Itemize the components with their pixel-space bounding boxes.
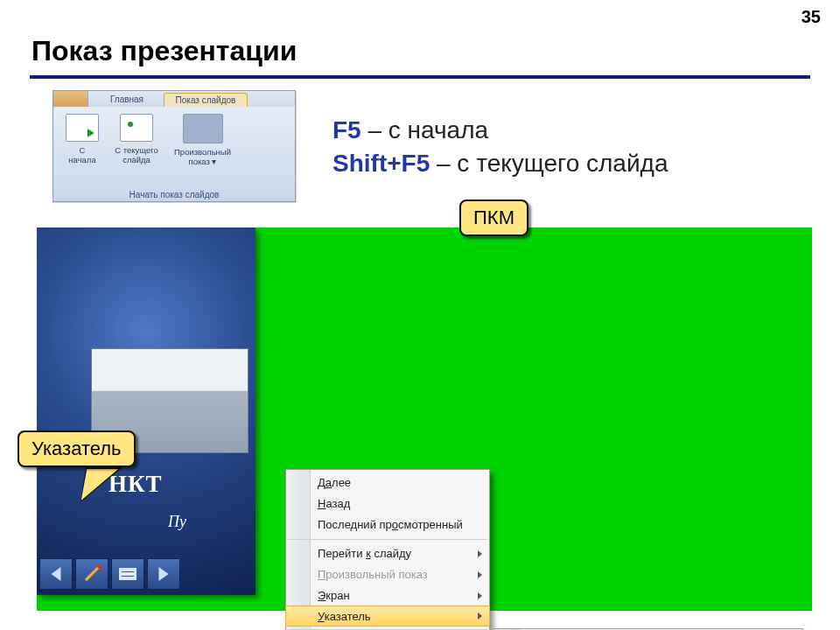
from-current-button[interactable]: С текущегослайда	[111, 112, 162, 187]
custom-show-button[interactable]: Произвольныйпоказ ▾	[165, 112, 240, 187]
slide-subtitle-fragment: Пу	[168, 513, 186, 531]
from-current-icon	[120, 114, 153, 142]
nav-menu-button[interactable]	[111, 558, 144, 590]
slideshow-context-menu: Далее Назад Последний просмотренный Пере…	[285, 469, 490, 630]
kbd-shift-f5: Shift+F5	[332, 150, 430, 177]
title-underline	[30, 75, 810, 79]
custom-show-label-2: показ ▾	[189, 157, 217, 166]
arrow-left-icon	[52, 567, 61, 581]
kbd-f5-desc: – с начала	[361, 116, 488, 144]
nav-prev-button[interactable]	[39, 558, 73, 590]
nav-pen-button[interactable]	[75, 558, 108, 590]
from-beginning-label-2: начала	[68, 155, 95, 164]
nav-next-button[interactable]	[147, 558, 180, 590]
from-beginning-icon	[66, 114, 99, 142]
custom-show-label-1: Произвольный	[174, 147, 231, 157]
tab-slideshow[interactable]: Показ слайдов	[164, 93, 248, 107]
kbd-shift-f5-desc: – с текущего слайда	[430, 150, 668, 177]
from-beginning-label-1: С	[80, 145, 86, 155]
kbd-f5: F5	[332, 116, 361, 144]
callout-pointer: Указатель	[18, 430, 136, 467]
callout-pkm: ПКМ	[459, 200, 528, 236]
menu-icon	[119, 568, 136, 580]
menu-separator	[288, 539, 487, 540]
shortcut-text: F5 – с начала Shift+F5 – с текущего слай…	[332, 114, 668, 180]
from-beginning-button[interactable]: Сначала	[57, 112, 108, 187]
page-title: Показ презентации	[32, 35, 297, 67]
from-current-label-1: С текущего	[115, 145, 158, 155]
page-number: 35	[802, 7, 821, 27]
ribbon-slideshow-group: Главная Показ слайдов Сначала С текущего…	[52, 90, 296, 202]
ribbon-group-label: Начать показ слайдов	[53, 190, 295, 200]
menu-item-goto-slide[interactable]: Перейти к слайду	[286, 543, 489, 564]
slideshow-preview: НКТ Пу	[37, 228, 256, 595]
ribbon-tabs: Главная Показ слайдов	[88, 91, 295, 108]
tab-home[interactable]: Главная	[95, 93, 158, 107]
menu-item-pointer[interactable]: Указатель	[285, 606, 490, 626]
slideshow-navbar	[39, 558, 180, 590]
menu-item-back[interactable]: Назад	[286, 494, 489, 514]
from-current-label-2: слайда	[122, 155, 150, 164]
pen-icon	[85, 567, 99, 581]
menu-item-last-viewed[interactable]: Последний просмотренный	[286, 514, 489, 536]
illustration-panel: НКТ Пу Далее Назад Последний просмотренн…	[37, 228, 812, 611]
arrow-right-icon	[159, 567, 169, 581]
menu-item-screen[interactable]: Экран	[286, 585, 489, 606]
custom-show-icon	[183, 114, 223, 144]
menu-item-custom-show[interactable]: Произвольный показ	[286, 564, 489, 585]
menu-item-next[interactable]: Далее	[286, 472, 489, 494]
